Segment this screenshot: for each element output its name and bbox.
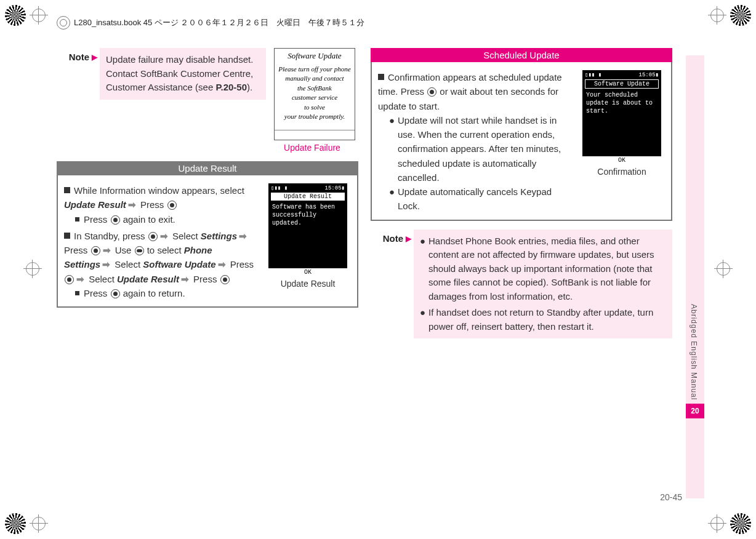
phone-screen-body: Software has been successfully updated. (268, 201, 347, 268)
phone-mock-confirmation: ▯▮▮ ▮15:05▮ Software Update Your schedul… (582, 70, 661, 164)
box-text: While Information window appears, select… (64, 183, 259, 300)
phone-status-bar: ▯▮▮ ▮15:05▮ (582, 70, 661, 79)
phone-ok-label: OK (268, 268, 347, 276)
scheduled-update-box: Scheduled Update Confirmation appears at… (371, 48, 672, 221)
phone-ok-label: OK (582, 156, 661, 164)
center-key-icon (148, 232, 158, 241)
header-icon (57, 16, 70, 30)
phone-mock-body: Please turn off your phone manually and … (275, 62, 355, 130)
center-key-icon (427, 87, 436, 97)
note-label: Note▶ (371, 230, 414, 244)
nav-key-icon (135, 246, 144, 255)
phone-mock-failure: Software Update Please turn off your pho… (274, 48, 355, 140)
center-key-icon (220, 275, 230, 284)
side-section-label: Abridged English Manual (690, 304, 698, 400)
right-column: Scheduled Update Confirmation appears at… (371, 48, 672, 338)
center-key-icon (111, 289, 120, 298)
crop-mark-bl (5, 509, 54, 534)
note-body: Update failure may disable handset. Cont… (100, 48, 266, 100)
page-number: 20-45 (660, 492, 682, 502)
side-strip: Abridged English Manual 20 (686, 55, 704, 498)
center-key-icon (65, 275, 74, 284)
note-label: Note▶ (57, 48, 100, 62)
note-block-2: Note▶ ●Handset Phone Book entries, media… (371, 230, 672, 339)
phone-mock-footer (275, 130, 355, 140)
phone-caption-failure: Update Failure (284, 143, 340, 153)
crop-mark-br (702, 509, 751, 534)
page-body: Abridged English Manual 20 20-45 Note▶ U… (57, 48, 704, 503)
phone-screen-body: Your scheduled update is about to start. (582, 89, 661, 156)
phone-status-bar: ▯▮▮ ▮15:05▮ (268, 183, 347, 193)
box-title: Update Result (57, 161, 358, 175)
document-header: L280_insatsu.book 45 ページ ２００６年１２月２６日 火曜日… (57, 16, 364, 30)
phone-mock-result: ▯▮▮ ▮15:05▮ Update Result Software has b… (268, 183, 347, 276)
box-text-scheduled: Confirmation appears at scheduled update… (378, 70, 573, 214)
box-title-scheduled: Scheduled Update (371, 48, 672, 62)
phone-mock-title: Software Update (275, 49, 355, 62)
crop-mark-left (23, 260, 42, 278)
center-key-icon (167, 201, 177, 210)
phone-caption-confirmation: Confirmation (597, 167, 646, 177)
content-columns: Note▶ Update failure may disable handset… (57, 48, 672, 338)
crop-mark-right (714, 260, 733, 278)
center-key-icon (111, 215, 120, 225)
left-column: Note▶ Update failure may disable handset… (57, 48, 358, 338)
phone-title-bar: Update Result (271, 193, 345, 201)
header-text: L280_insatsu.book 45 ページ ２００６年１２月２６日 火曜日… (74, 17, 364, 28)
note-block-1: Note▶ Update failure may disable handset… (57, 48, 358, 153)
note-body: ●Handset Phone Book entries, media files… (414, 230, 672, 339)
center-key-icon (91, 246, 100, 255)
update-result-box: Update Result While Information window a… (57, 161, 358, 308)
phone-title-bar: Software Update (585, 79, 659, 89)
phone-caption-result: Update Result (281, 279, 336, 289)
side-chapter-tab: 20 (686, 404, 704, 418)
